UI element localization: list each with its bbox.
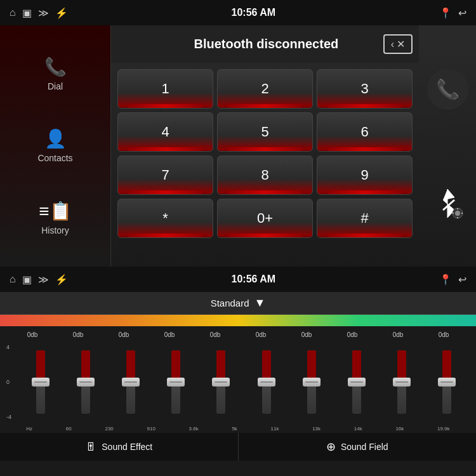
key-btn-hash[interactable]: # [317, 199, 413, 238]
slider-track [171, 350, 180, 414]
status-bar2-left-icons: ⌂ ▣ ≫ ⚡ [10, 274, 68, 286]
key-btn-7[interactable]: 7 [117, 155, 213, 195]
key-btn-5[interactable]: 5 [217, 112, 313, 152]
slider-track [352, 350, 361, 414]
history-icon: ≡📋 [39, 201, 71, 221]
eq-slider-3.6k[interactable] [154, 350, 199, 414]
usb-icon-2: ⚡ [55, 274, 68, 286]
home-icon[interactable]: ⌂ [10, 7, 16, 18]
hz-label: Hz [26, 426, 32, 432]
sidebar-item-dial[interactable]: 📞 Dial [44, 56, 67, 91]
freq-label-3.6k: 3.6k [189, 426, 199, 432]
sound-field-icon: ⊕ [326, 440, 336, 454]
eq-slider-16k[interactable] [380, 350, 425, 414]
eq-section: Standard ▼ 0db0db0db0db0db0db0db0db0db0d… [0, 292, 476, 433]
dial-icon: 📞 [44, 56, 67, 77]
eq-slider-14k[interactable] [334, 350, 379, 414]
eq-slider-19.9k[interactable] [425, 350, 470, 414]
slider-handle[interactable] [32, 378, 50, 387]
slider-handle[interactable] [303, 378, 321, 387]
eq-sliders-row: 4 0 -4 [6, 341, 470, 423]
eq-slider-11k[interactable] [244, 350, 289, 414]
db-label-14k: 0db [347, 331, 358, 338]
db-label-230: 0db [73, 331, 84, 338]
arrows-icon[interactable]: ≫ [38, 7, 49, 19]
sidebar-item-history[interactable]: ≡📋 History [39, 201, 71, 235]
key-btn-4[interactable]: 4 [117, 112, 213, 152]
location-icon[interactable]: 📍 [439, 7, 452, 19]
key-btn-8[interactable]: 8 [217, 155, 313, 195]
home-icon-2[interactable]: ⌂ [10, 274, 16, 285]
eq-slider-910[interactable] [108, 350, 153, 414]
slider-handle[interactable] [122, 378, 140, 387]
eq-slider-60[interactable] [18, 350, 63, 414]
keypad: 123456789*0+# [111, 63, 419, 244]
slider-handle[interactable] [167, 378, 185, 387]
freq-label-13k: 13k [312, 426, 321, 432]
status-time: 10:56 AM [232, 7, 276, 18]
slider-handle[interactable] [212, 378, 230, 387]
status-bar-right-icons: 📍 ↩ [439, 7, 466, 19]
slider-handle[interactable] [348, 378, 366, 387]
db-label-3.6k: 0db [164, 331, 175, 338]
sound-effect-icon: 🎚 [85, 440, 96, 454]
freq-label-230: 230 [105, 426, 113, 432]
close-button[interactable]: ‹ ✕ [383, 34, 413, 54]
arrows-icon-2[interactable]: ≫ [38, 274, 49, 286]
sound-field-button[interactable]: ⊕ Sound Field [239, 433, 477, 461]
dial-label: Dial [48, 81, 63, 91]
screen-icon-2[interactable]: ▣ [22, 274, 32, 286]
back-icon[interactable]: ↩ [458, 7, 466, 19]
key-btn-9[interactable]: 9 [317, 155, 413, 195]
eq-slider-5k[interactable] [199, 350, 244, 414]
dialer-area: Bluetooth disconnected ‹ ✕ 123456789*0+# [111, 25, 419, 267]
bluetooth-title: Bluetooth disconnected [149, 37, 383, 51]
status-bar2-right-icons: 📍 ↩ [439, 274, 466, 286]
contacts-icon: 👤 [44, 128, 67, 149]
eq-sliders-container: 0db0db0db0db0db0db0db0db0db0db 4 0 -4 [0, 326, 476, 433]
slider-handle[interactable] [258, 378, 275, 387]
slider-handle[interactable] [77, 378, 95, 387]
slider-track [442, 350, 451, 414]
db-label-910: 0db [119, 331, 129, 338]
history-label: History [41, 225, 69, 235]
eq-slider-230[interactable] [63, 350, 108, 414]
freq-label-14k: 14k [354, 426, 362, 432]
db-label-60: 0db [27, 331, 38, 338]
usb-icon: ⚡ [55, 7, 68, 19]
sidebar: 📞 Dial 👤 Contacts ≡📋 History [0, 25, 111, 267]
freq-label-5k: 5k [232, 426, 237, 432]
slider-track [307, 350, 316, 414]
svg-point-4 [455, 211, 460, 216]
status-bar-left-icons: ⌂ ▣ ≫ ⚡ [10, 7, 68, 19]
db-label-16k: 0db [393, 331, 404, 338]
bluetooth-settings-button[interactable] [427, 183, 468, 224]
freq-label-16k: 16k [395, 426, 404, 432]
screen-icon[interactable]: ▣ [22, 7, 32, 19]
sidebar-item-contacts[interactable]: 👤 Contacts [37, 128, 72, 163]
slider-track [126, 350, 135, 414]
key-btn-6[interactable]: 6 [317, 112, 413, 152]
eq-sliders-inner [6, 350, 470, 414]
status-bar-top: ⌂ ▣ ≫ ⚡ 10:56 AM 📍 ↩ [0, 0, 476, 25]
slider-handle[interactable] [438, 378, 456, 387]
scale-neg4: -4 [6, 414, 11, 420]
key-btn-3[interactable]: 3 [317, 69, 413, 109]
slider-track [397, 350, 406, 414]
eq-slider-13k[interactable] [289, 350, 334, 414]
back-icon-2[interactable]: ↩ [458, 274, 466, 286]
key-btn-2[interactable]: 2 [217, 69, 313, 109]
scale-4: 4 [6, 344, 11, 350]
call-button[interactable]: 📞 [427, 69, 468, 110]
chevron-left-icon: ‹ [391, 39, 394, 50]
eq-mode-bar[interactable]: Standard ▼ [0, 292, 476, 315]
close-icon: ✕ [397, 38, 405, 50]
eq-scale-labels: 4 0 -4 [6, 341, 11, 423]
location-icon-2[interactable]: 📍 [439, 274, 452, 286]
key-btn-0plus[interactable]: 0+ [217, 199, 313, 238]
sound-effect-button[interactable]: 🎚 Sound Effect [0, 433, 239, 461]
scale-0: 0 [6, 379, 11, 385]
key-btn-star[interactable]: * [117, 199, 213, 238]
slider-handle[interactable] [393, 378, 411, 387]
key-btn-1[interactable]: 1 [117, 69, 213, 109]
